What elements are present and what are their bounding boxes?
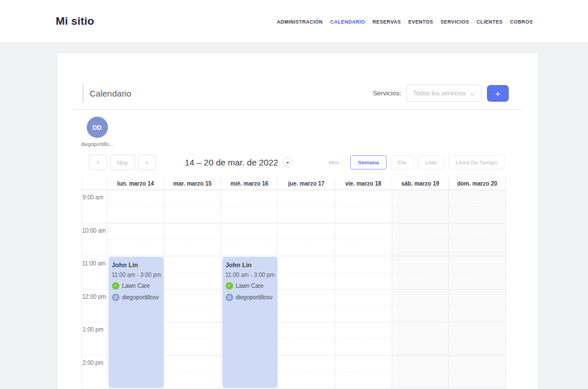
time-slot[interactable] [449, 290, 505, 323]
nav-item-servicios[interactable]: SERVICIOS [440, 19, 469, 25]
view-button-dia[interactable]: Día [390, 155, 414, 170]
time-slot[interactable] [392, 290, 448, 323]
day-header-6: dom. marzo 20 [449, 178, 506, 190]
event-time: 11:00 am - 3:00 pm [112, 272, 160, 278]
date-range-group: 14 – 20 de mar. de 2022 [156, 157, 322, 167]
time-slot[interactable] [449, 322, 505, 356]
time-slot[interactable] [107, 224, 164, 257]
event-staff-name: diegoportillosv diegop [236, 294, 274, 301]
topbar: Mi sitio ADMINISTRACIÓNCALENDARIORESERVA… [0, 0, 588, 43]
time-slot[interactable] [335, 356, 392, 389]
event-time: 11:00 am - 3:00 pm [226, 272, 274, 278]
calendar-day-headers: lun. marzo 14mar. marzo 15mié. marzo 16j… [82, 178, 506, 190]
time-gutter-header [82, 178, 107, 190]
time-label: 9:00 am [82, 190, 107, 224]
time-label: 12:00 pm [82, 290, 107, 323]
view-switcher: MesSemanaDíaListaLínea De Tiempo [321, 155, 505, 170]
time-gutter: 9:00 am10:00 am11:00 am12:00 pm1:00 pm2:… [82, 190, 107, 389]
page-title: Calendario [90, 88, 131, 98]
top-nav: ADMINISTRACIÓNCALENDARIORESERVASEVENTOSS… [277, 0, 533, 43]
calendar-card: Calendario Servicios: Todos los servicio… [57, 53, 538, 389]
week-calendar: lun. marzo 14mar. marzo 15mié. marzo 16j… [82, 178, 506, 389]
nav-item-calendario[interactable]: CALENDARIO [330, 19, 365, 25]
day-header-0: lun. marzo 14 [107, 178, 164, 190]
time-slot[interactable] [278, 290, 334, 323]
time-slot[interactable] [278, 190, 334, 224]
time-slot[interactable] [335, 322, 392, 356]
staff-dot-icon [226, 294, 233, 301]
confirmed-check-icon: ✓ [226, 282, 233, 290]
event-service-row: ✓Lawn Care [112, 282, 160, 290]
calendar-event[interactable]: John Lin11:00 am - 3:00 pm✓Lawn Caredieg… [109, 257, 164, 388]
time-slot[interactable] [107, 190, 164, 224]
date-dropdown-icon[interactable] [283, 157, 292, 167]
next-week-button[interactable]: › [138, 155, 156, 170]
time-slot[interactable] [164, 224, 220, 257]
services-dropdown[interactable]: Todos los servicios [407, 84, 481, 102]
chevron-down-icon [470, 91, 475, 95]
view-button-mes[interactable]: Mes [321, 155, 346, 170]
confirmed-check-icon: ✓ [112, 282, 119, 290]
time-slot[interactable] [335, 224, 392, 257]
today-button[interactable]: Hoy [110, 155, 135, 170]
event-staff-row: diegoportillosv diegop [112, 294, 160, 301]
time-slot[interactable] [392, 356, 448, 389]
time-slot[interactable] [392, 224, 448, 257]
services-dropdown-value: Todos los servicios [413, 90, 466, 97]
site-title[interactable]: Mi sitio [56, 15, 94, 28]
title-accent-bar [82, 84, 84, 102]
time-slot[interactable] [164, 356, 220, 389]
view-button-lista[interactable]: Lista [418, 155, 444, 170]
day-column-3 [278, 190, 335, 389]
time-slot[interactable] [449, 190, 505, 224]
time-slot[interactable] [335, 290, 392, 323]
day-column-6 [449, 190, 506, 389]
calendar-grid: 9:00 am10:00 am11:00 am12:00 pm1:00 pm2:… [82, 190, 506, 389]
day-header-3: jue. marzo 17 [278, 178, 335, 190]
time-slot[interactable] [392, 256, 448, 290]
nav-item-cobros[interactable]: COBROS [510, 19, 533, 25]
time-slot[interactable] [449, 224, 505, 257]
event-service-name: Lawn Care [122, 283, 150, 289]
add-button[interactable]: + [487, 85, 509, 102]
day-header-5: sáb. marzo 19 [392, 178, 449, 190]
nav-item-eventos[interactable]: EVENTOS [408, 19, 433, 25]
staff-filter-item[interactable]: DD diegoportillo... [76, 117, 118, 147]
time-slot[interactable] [278, 356, 334, 389]
staff-name: diegoportillo... [76, 141, 118, 147]
time-slot[interactable] [335, 190, 392, 224]
time-slot[interactable] [164, 256, 220, 290]
staff-avatar[interactable]: DD [87, 117, 108, 138]
time-slot[interactable] [449, 356, 505, 389]
time-label: 1:00 pm [82, 322, 107, 356]
time-slot[interactable] [449, 256, 505, 290]
week-nav-group: ‹ Hoy › [89, 155, 156, 170]
nav-item-reservas[interactable]: RESERVAS [373, 19, 401, 25]
day-header-2: mié. marzo 16 [221, 178, 278, 190]
time-slot[interactable] [278, 224, 334, 257]
calendar-event[interactable]: John Lin11:00 am - 3:00 pm✓Lawn Caredieg… [222, 257, 277, 388]
time-slot[interactable] [164, 290, 220, 323]
staff-dot-icon [112, 294, 119, 301]
caret-down-icon [286, 162, 289, 165]
nav-item-administracion[interactable]: ADMINISTRACIÓN [277, 19, 323, 25]
day-column-1 [164, 190, 221, 389]
time-slot[interactable] [278, 256, 334, 290]
time-slot[interactable] [164, 190, 220, 224]
time-label: 2:00 pm [82, 356, 107, 389]
header-divider [74, 109, 522, 110]
time-slot[interactable] [392, 190, 448, 224]
time-slot[interactable] [164, 322, 220, 356]
view-button-linea-de-tiempo[interactable]: Línea De Tiempo [448, 155, 505, 170]
nav-item-clientes[interactable]: CLIENTES [477, 19, 502, 25]
prev-week-button[interactable]: ‹ [89, 155, 107, 170]
time-slot[interactable] [278, 322, 334, 356]
time-slot[interactable] [221, 190, 277, 224]
view-button-semana[interactable]: Semana [350, 155, 386, 170]
date-range-title: 14 – 20 de mar. de 2022 [185, 157, 278, 167]
time-label: 11:00 am [82, 256, 107, 290]
time-slot[interactable] [221, 224, 277, 257]
event-service-name: Lawn Care [236, 283, 264, 289]
time-slot[interactable] [335, 256, 392, 290]
time-slot[interactable] [392, 322, 448, 356]
